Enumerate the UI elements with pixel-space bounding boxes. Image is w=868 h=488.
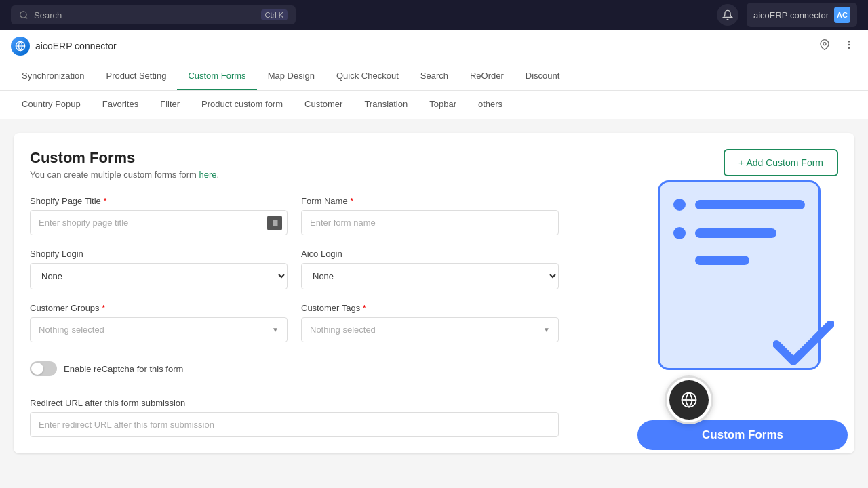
more-options-button[interactable] bbox=[841, 37, 857, 55]
shopify-login-label: Shopify Login bbox=[30, 249, 288, 259]
illus-checkmark bbox=[773, 321, 834, 370]
badge-inner bbox=[669, 380, 709, 420]
tab-map-design[interactable]: Map Design bbox=[257, 62, 326, 90]
illus-dot-1 bbox=[673, 199, 686, 211]
notification-bell-button[interactable] bbox=[717, 4, 738, 26]
bell-icon bbox=[722, 9, 733, 20]
form-name-input[interactable] bbox=[301, 210, 559, 235]
tab-product-custom-form[interactable]: Product custom form bbox=[191, 91, 294, 119]
redirect-url-label: Redirect URL after this form submission bbox=[30, 398, 559, 408]
shopify-login-group: Shopify Login None Required Optional bbox=[30, 249, 288, 289]
top-bar: Search Ctrl K aicoERP connector AC bbox=[0, 0, 868, 30]
illus-line-3 bbox=[695, 256, 749, 265]
illus-line-2 bbox=[695, 228, 776, 238]
illus-label-area: Custom Forms bbox=[637, 420, 848, 450]
shopify-page-title-input-wrapper bbox=[30, 210, 288, 235]
svg-point-4 bbox=[823, 43, 826, 45]
aico-login-group: Aico Login None Required Optional bbox=[301, 249, 559, 289]
here-link[interactable]: here bbox=[199, 169, 217, 180]
illus-card bbox=[658, 180, 821, 370]
required-marker-4: * bbox=[363, 303, 366, 313]
illus-row-2 bbox=[673, 227, 805, 239]
customer-groups-label: Customer Groups * bbox=[30, 303, 288, 313]
user-menu-button[interactable]: aicoERP connector AC bbox=[747, 3, 857, 27]
form-name-group: Form Name * bbox=[301, 196, 559, 235]
tab-translation[interactable]: Translation bbox=[353, 91, 418, 119]
more-icon bbox=[844, 39, 854, 50]
shopify-page-title-label: Shopify Page Title * bbox=[30, 196, 288, 206]
illus-row-1 bbox=[673, 199, 805, 211]
svg-point-0 bbox=[20, 12, 26, 18]
dropdown-arrow-icon: ▼ bbox=[272, 326, 279, 333]
content-card: Custom Forms You can create multiple cus… bbox=[14, 133, 854, 453]
tab-nav-row2: Country Popup Favorites Filter Product c… bbox=[0, 91, 868, 119]
redirect-url-group: Redirect URL after this form submission bbox=[30, 398, 559, 437]
svg-point-7 bbox=[848, 47, 849, 48]
required-marker: * bbox=[103, 196, 106, 206]
tab-custom-forms[interactable]: Custom Forms bbox=[177, 62, 256, 90]
globe-icon bbox=[15, 41, 26, 52]
tab-quick-checkout[interactable]: Quick Checkout bbox=[326, 62, 410, 90]
page-icon-button[interactable] bbox=[267, 216, 282, 230]
customer-groups-group: Customer Groups * Nothing selected ▼ bbox=[30, 303, 288, 342]
globe-badge-icon bbox=[679, 390, 698, 409]
tab-customer[interactable]: Customer bbox=[294, 91, 353, 119]
top-bar-right: aicoERP connector AC bbox=[717, 3, 857, 27]
list-icon bbox=[271, 219, 279, 227]
illus-row-3 bbox=[673, 256, 805, 265]
customer-tags-value: Nothing selected bbox=[310, 325, 376, 335]
tab-row-1: Synchronization Product Setting Custom F… bbox=[11, 62, 857, 90]
card-header: Custom Forms You can create multiple cus… bbox=[30, 149, 838, 180]
tab-favorites[interactable]: Favorites bbox=[92, 91, 149, 119]
tab-others[interactable]: others bbox=[467, 91, 513, 119]
app-logo: aicoERP connector bbox=[11, 37, 117, 56]
toggle-knob bbox=[31, 363, 43, 375]
customer-tags-group: Customer Tags * Nothing selected ▼ bbox=[301, 303, 559, 342]
dropdown-arrow-icon-2: ▼ bbox=[543, 326, 550, 333]
tab-row-2: Country Popup Favorites Filter Product c… bbox=[11, 91, 857, 119]
illus-label-pill: Custom Forms bbox=[637, 420, 848, 450]
recaptcha-toggle-row: Enable reCaptcha for this form bbox=[30, 361, 559, 376]
badge-circle bbox=[665, 375, 713, 424]
aico-login-label: Aico Login bbox=[301, 249, 559, 259]
svg-line-1 bbox=[26, 17, 28, 19]
customer-groups-multiselect[interactable]: Nothing selected ▼ bbox=[30, 317, 288, 342]
recaptcha-toggle[interactable] bbox=[30, 361, 57, 376]
tab-filter[interactable]: Filter bbox=[149, 91, 191, 119]
shopify-page-title-group: Shopify Page Title * bbox=[30, 196, 288, 235]
tab-discount[interactable]: Discount bbox=[515, 62, 571, 90]
custom-form: Shopify Page Title * bbox=[30, 196, 559, 437]
recaptcha-label: Enable reCaptcha for this form bbox=[64, 364, 183, 374]
search-bar[interactable]: Search Ctrl K bbox=[11, 5, 296, 24]
app-header: aicoERP connector bbox=[0, 30, 868, 62]
required-marker-3: * bbox=[102, 303, 105, 313]
illus-line-1 bbox=[695, 200, 805, 209]
user-avatar: AC bbox=[834, 7, 850, 23]
add-custom-form-button[interactable]: + Add Custom Form bbox=[724, 149, 838, 176]
pin-icon bbox=[819, 39, 830, 50]
search-shortcut: Ctrl K bbox=[261, 9, 288, 20]
user-name: aicoERP connector bbox=[753, 10, 829, 20]
tab-search[interactable]: Search bbox=[410, 62, 459, 90]
svg-point-5 bbox=[848, 41, 849, 42]
pin-button[interactable] bbox=[816, 37, 833, 55]
tab-country-popup[interactable]: Country Popup bbox=[11, 91, 92, 119]
tab-reorder[interactable]: ReOrder bbox=[459, 62, 515, 90]
illustration: Custom Forms bbox=[651, 180, 854, 411]
logo-icon bbox=[11, 37, 30, 56]
customer-tags-multiselect[interactable]: Nothing selected ▼ bbox=[301, 317, 559, 342]
card-subtitle: You can create multiple custom forms for… bbox=[30, 169, 219, 180]
svg-point-8 bbox=[682, 393, 696, 407]
customer-tags-label: Customer Tags * bbox=[301, 303, 559, 313]
redirect-url-input[interactable] bbox=[30, 412, 559, 437]
card-title: Custom Forms bbox=[30, 149, 219, 167]
required-marker-2: * bbox=[350, 196, 353, 206]
tab-nav-row1: Synchronization Product Setting Custom F… bbox=[0, 62, 868, 91]
tab-topbar[interactable]: Topbar bbox=[418, 91, 467, 119]
shopify-page-title-input[interactable] bbox=[30, 210, 288, 235]
app-name: aicoERP connector bbox=[35, 41, 117, 52]
aico-login-select[interactable]: None Required Optional bbox=[301, 263, 559, 289]
tab-synchronization[interactable]: Synchronization bbox=[11, 62, 96, 90]
tab-product-setting[interactable]: Product Setting bbox=[96, 62, 178, 90]
shopify-login-select[interactable]: None Required Optional bbox=[30, 263, 288, 289]
